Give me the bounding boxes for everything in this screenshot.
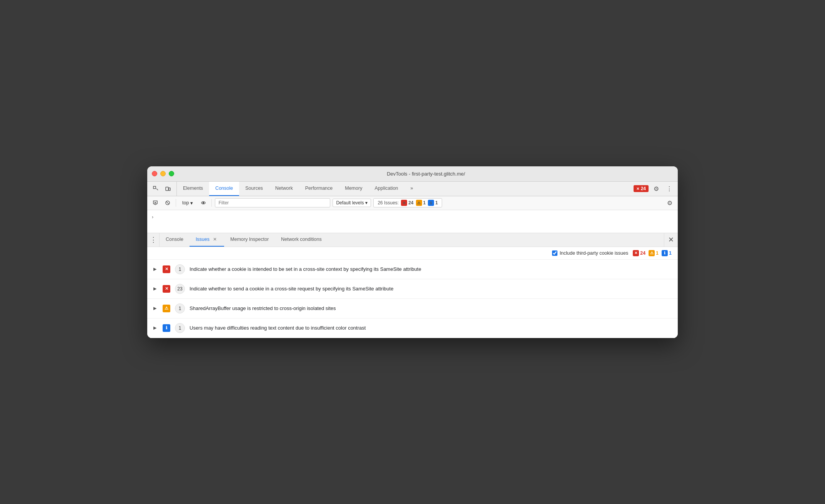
- close-icon: ✕: [668, 235, 674, 244]
- badge-icon-x: ✕: [636, 187, 639, 191]
- issues-red-count: 24: [408, 200, 413, 206]
- window-title: DevTools - first-party-test.glitch.me/: [179, 171, 673, 177]
- chevron-down-icon: ▾: [365, 200, 368, 206]
- summary-blue: ℹ 1: [662, 250, 672, 256]
- levels-label: Default levels: [336, 200, 364, 206]
- drawer-issues-label: Issues: [196, 237, 210, 242]
- title-bar: DevTools - first-party-test.glitch.me/: [147, 166, 678, 182]
- svg-line-8: [166, 202, 169, 204]
- issues-list: ▶ ✕ 1 Indicate whether a cookie is inten…: [147, 260, 678, 338]
- issue-text: Indicate whether a cookie is intended to…: [190, 266, 421, 272]
- tab-application[interactable]: Application: [368, 182, 404, 196]
- error-count-badge[interactable]: ✕ 24: [634, 185, 649, 192]
- issue-expand-icon[interactable]: ▶: [153, 306, 158, 311]
- drawer-tab-memory-inspector[interactable]: Memory Inspector: [224, 233, 275, 247]
- issue-type-icon: ⚠: [163, 305, 170, 312]
- console-settings-button[interactable]: ⚙: [665, 198, 675, 208]
- issue-text: SharedArrayBuffer usage is restricted to…: [190, 305, 336, 311]
- issue-expand-icon[interactable]: ▶: [153, 325, 158, 330]
- issues-yellow-group: ⚠ 1: [416, 200, 426, 206]
- issues-blue-group: ℹ 1: [428, 200, 438, 206]
- tab-sources[interactable]: Sources: [239, 182, 269, 196]
- ellipsis-icon: ⋮: [666, 185, 672, 192]
- third-party-checkbox[interactable]: [552, 250, 557, 256]
- third-party-checkbox-label[interactable]: Include third-party cookie issues: [552, 250, 629, 256]
- error-count: 24: [641, 186, 646, 191]
- devtools-window: DevTools - first-party-test.glitch.me/ E…: [147, 166, 678, 338]
- nav-right-controls: ✕ 24 ⚙ ⋮: [630, 182, 678, 196]
- drawer-console-label: Console: [166, 237, 183, 242]
- block-icon-button[interactable]: [163, 198, 173, 208]
- issue-type-icon: ✕: [163, 285, 170, 293]
- drawer-tab-console[interactable]: Console: [160, 233, 190, 247]
- svg-line-1: [156, 189, 158, 190]
- clear-console-button[interactable]: [150, 198, 160, 208]
- separator-1: [176, 199, 176, 207]
- drawer-network-label: Network conditions: [281, 237, 322, 242]
- issue-type-icon: ℹ: [163, 324, 170, 332]
- drawer-memory-label: Memory Inspector: [230, 237, 269, 242]
- issue-row[interactable]: ▶ ⚠ 1 SharedArrayBuffer usage is restric…: [147, 299, 678, 318]
- issue-row[interactable]: ▶ ✕ 23 Indicate whether to send a cookie…: [147, 279, 678, 299]
- svg-rect-0: [153, 186, 156, 189]
- summary-yellow: ⚠ 1: [649, 250, 659, 256]
- drawer-header: ⋮ Console Issues ✕ Memory Inspector Netw…: [147, 233, 678, 247]
- more-options-button[interactable]: ⋮: [664, 183, 675, 194]
- tab-network[interactable]: Network: [269, 182, 299, 196]
- summary-red-count: 24: [640, 250, 645, 256]
- close-drawer-button[interactable]: ✕: [664, 233, 678, 247]
- issue-expand-icon[interactable]: ▶: [153, 286, 158, 291]
- tab-more[interactable]: »: [404, 182, 419, 196]
- issues-warning-icon: ⚠: [416, 200, 422, 206]
- drawer-tabs: Console Issues ✕ Memory Inspector Networ…: [160, 233, 664, 247]
- eye-icon-button[interactable]: [198, 198, 208, 208]
- traffic-lights: [152, 171, 174, 176]
- three-dots-icon: ⋮: [150, 235, 157, 244]
- issue-text: Indicate whether to send a cookie in a c…: [190, 286, 393, 292]
- tab-console[interactable]: Console: [209, 182, 239, 196]
- close-button[interactable]: [152, 171, 157, 176]
- inspect-element-button[interactable]: [150, 183, 161, 194]
- summary-red: ✕ 24: [633, 250, 645, 256]
- summary-blue-count: 1: [669, 250, 672, 256]
- svg-point-10: [203, 202, 204, 204]
- separator-2: [211, 199, 212, 207]
- issues-error-icon: ✕: [401, 200, 407, 206]
- nav-left-icons: [147, 182, 177, 196]
- devtools-tabs: Elements Console Sources Network Perform…: [177, 182, 630, 196]
- context-dropdown-icon: ▾: [190, 200, 193, 206]
- device-toolbar-button[interactable]: [163, 183, 173, 194]
- console-chevron[interactable]: ›: [152, 214, 153, 220]
- issues-blue-count: 1: [435, 200, 438, 206]
- issue-type-icon: ✕: [163, 265, 170, 273]
- summary-warning-icon: ⚠: [649, 250, 655, 256]
- third-party-label: Include third-party cookie issues: [560, 250, 629, 256]
- svg-rect-2: [166, 187, 168, 191]
- issue-count-badge: 23: [175, 284, 185, 294]
- tab-performance[interactable]: Performance: [299, 182, 339, 196]
- minimize-button[interactable]: [160, 171, 166, 176]
- drawer-menu-button[interactable]: ⋮: [147, 233, 160, 247]
- gear-icon: ⚙: [654, 185, 659, 192]
- log-levels-dropdown[interactable]: Default levels ▾: [333, 199, 371, 207]
- context-label: top: [182, 200, 189, 206]
- issues-red-group: ✕ 24: [401, 200, 413, 206]
- issue-text: Users may have difficulties reading text…: [190, 325, 366, 331]
- close-issues-tab-button[interactable]: ✕: [212, 236, 218, 242]
- tab-memory[interactable]: Memory: [339, 182, 368, 196]
- tab-elements[interactable]: Elements: [177, 182, 209, 196]
- maximize-button[interactable]: [169, 171, 174, 176]
- devtools-nav: Elements Console Sources Network Perform…: [147, 182, 678, 196]
- drawer-tab-issues[interactable]: Issues ✕: [190, 233, 224, 247]
- issue-row[interactable]: ▶ ✕ 1 Indicate whether a cookie is inten…: [147, 260, 678, 279]
- issue-count-badge: 1: [175, 323, 185, 333]
- filter-input[interactable]: [215, 198, 330, 207]
- context-selector[interactable]: top ▾: [179, 199, 196, 207]
- drawer-tab-network-conditions[interactable]: Network conditions: [275, 233, 328, 247]
- issue-expand-icon[interactable]: ▶: [153, 267, 158, 272]
- issues-count-button[interactable]: 26 Issues: ✕ 24 ⚠ 1 ℹ 1: [373, 198, 442, 207]
- issue-row[interactable]: ▶ ℹ 1 Users may have difficulties readin…: [147, 318, 678, 338]
- summary-info-icon: ℹ: [662, 250, 668, 256]
- issues-yellow-count: 1: [423, 200, 426, 206]
- settings-button[interactable]: ⚙: [651, 183, 662, 194]
